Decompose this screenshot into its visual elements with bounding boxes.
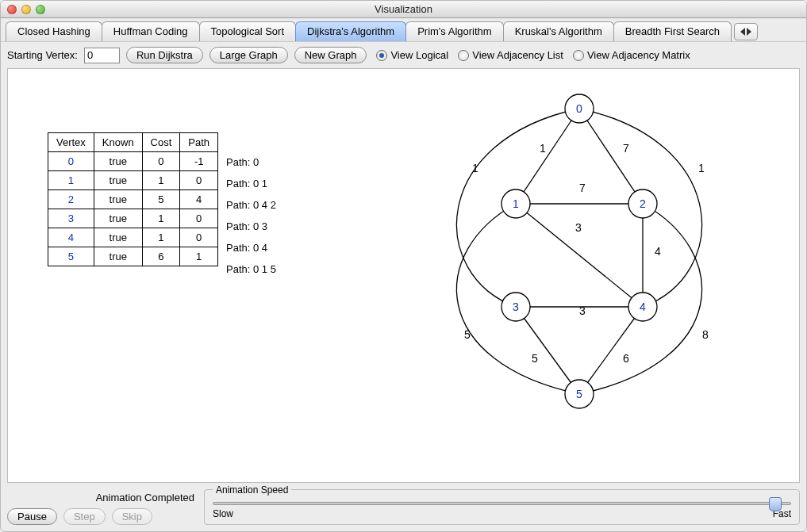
speed-panel: Animation Speed Slow Fast bbox=[204, 489, 800, 525]
speed-title: Animation Speed bbox=[213, 484, 291, 496]
speed-thumb[interactable] bbox=[769, 497, 782, 511]
table-header: Vertex bbox=[48, 133, 94, 152]
table-cell: 6 bbox=[142, 247, 180, 266]
radio-icon bbox=[458, 50, 469, 61]
graph-node-label: 2 bbox=[640, 197, 646, 210]
large-graph-button[interactable]: Large Graph bbox=[209, 47, 288, 63]
zoom-icon[interactable] bbox=[36, 5, 45, 14]
tab-prim-s-algorithm[interactable]: Prim's Algorithm bbox=[405, 21, 504, 41]
titlebar: Visualization bbox=[1, 1, 806, 18]
edge-weight: 4 bbox=[655, 245, 661, 258]
app-window: Visualization Closed HashingHuffman Codi… bbox=[0, 0, 807, 532]
view-option-label: View Logical bbox=[390, 49, 448, 61]
graph-node-label: 4 bbox=[640, 300, 646, 313]
view-option[interactable]: View Logical bbox=[376, 49, 448, 61]
table-cell: 2 bbox=[48, 190, 94, 209]
table-cell: 0 bbox=[180, 228, 218, 247]
path-text: Path: 0 4 bbox=[226, 242, 267, 254]
result-table: VertexKnownCostPath0true0-11true102true5… bbox=[48, 132, 218, 266]
pause-button[interactable]: Pause bbox=[7, 508, 57, 525]
speed-slider[interactable] bbox=[213, 502, 791, 505]
skip-button[interactable]: Skip bbox=[112, 508, 152, 525]
path-text: Path: 0 3 bbox=[226, 220, 267, 232]
graph-node-label: 0 bbox=[576, 102, 582, 115]
footer: Animation Completed Pause Step Skip Anim… bbox=[1, 486, 806, 531]
view-mode-group: View LogicalView Adjacency ListView Adja… bbox=[376, 49, 690, 61]
tab-kruskal-s-algorithm[interactable]: Kruskal's Algorithm bbox=[503, 21, 614, 41]
tab-closed-hashing[interactable]: Closed Hashing bbox=[6, 21, 102, 41]
table-cell: true bbox=[94, 209, 142, 228]
chevron-left-icon bbox=[740, 28, 745, 36]
table-header: Known bbox=[94, 133, 142, 152]
path-text: Path: 0 1 5 bbox=[226, 263, 276, 275]
step-button[interactable]: Step bbox=[63, 508, 106, 525]
edge-weight: 7 bbox=[623, 142, 629, 155]
edge-weight: 3 bbox=[579, 304, 586, 317]
chevron-right-icon bbox=[747, 28, 751, 36]
svg-line-6 bbox=[516, 307, 579, 394]
svg-line-7 bbox=[579, 307, 643, 394]
run-button[interactable]: Run Dijkstra bbox=[126, 47, 203, 63]
table-cell: 0 bbox=[142, 152, 180, 171]
table-cell: true bbox=[94, 190, 142, 209]
table-cell: 4 bbox=[180, 190, 218, 209]
table-row: 4true10 bbox=[48, 228, 218, 247]
window-title: Visualization bbox=[1, 3, 806, 15]
status-text: Animation Completed bbox=[7, 492, 198, 503]
table-cell: 1 bbox=[142, 209, 180, 228]
graph-node-label: 1 bbox=[513, 197, 519, 210]
table-cell: true bbox=[94, 171, 142, 190]
minimize-icon[interactable] bbox=[21, 5, 31, 14]
slow-label: Slow bbox=[213, 508, 233, 519]
table-cell: 5 bbox=[142, 190, 180, 209]
table-row: 1true10 bbox=[48, 171, 218, 190]
graph-view: 177343561158012345 bbox=[381, 77, 786, 450]
table-cell: 3 bbox=[48, 209, 94, 228]
tab-breadth-first-search[interactable]: Breadth First Search bbox=[613, 21, 732, 41]
tab-topological-sort[interactable]: Topological Sort bbox=[199, 21, 297, 41]
view-option[interactable]: View Adjacency List bbox=[458, 49, 563, 61]
tab-scroll-button[interactable] bbox=[734, 23, 758, 40]
path-text: Path: 0 4 2 bbox=[226, 199, 276, 211]
visualization-canvas: VertexKnownCostPath0true0-11true102true5… bbox=[7, 68, 800, 483]
toolbar: Starting Vertex: Run Dijkstra Large Grap… bbox=[1, 41, 806, 68]
close-icon[interactable] bbox=[7, 5, 17, 14]
path-text: Path: 0 bbox=[226, 156, 259, 168]
radio-icon bbox=[573, 50, 584, 61]
radio-icon bbox=[376, 50, 387, 61]
tab-bar: Closed HashingHuffman CodingTopological … bbox=[1, 18, 806, 41]
new-graph-button[interactable]: New Graph bbox=[294, 47, 367, 63]
edge-weight: 6 bbox=[623, 352, 629, 365]
starting-vertex-input[interactable] bbox=[84, 48, 120, 63]
edge-weight: 1 bbox=[540, 142, 546, 155]
graph-node-label: 3 bbox=[513, 300, 519, 313]
table-cell: true bbox=[94, 228, 142, 247]
svg-line-3 bbox=[516, 204, 643, 307]
tab-dijkstra-s-algorithm[interactable]: Dijkstra's Algorithm bbox=[295, 21, 406, 41]
table-cell: 0 bbox=[180, 209, 218, 228]
window-controls bbox=[7, 5, 45, 14]
path-text: Path: 0 1 bbox=[226, 178, 267, 189]
edge-weight: 5 bbox=[464, 328, 471, 341]
table-cell: 1 bbox=[142, 171, 180, 190]
edge-weight: 1 bbox=[472, 162, 478, 174]
table-cell: 1 bbox=[48, 171, 94, 190]
view-option-label: View Adjacency Matrix bbox=[587, 49, 690, 61]
view-option-label: View Adjacency List bbox=[472, 49, 563, 61]
table-cell: 1 bbox=[142, 228, 180, 247]
table-cell: 5 bbox=[48, 247, 94, 266]
view-option[interactable]: View Adjacency Matrix bbox=[573, 49, 690, 61]
edge-weight: 5 bbox=[532, 352, 538, 365]
edge-weight: 8 bbox=[702, 328, 709, 341]
edge-weight: 3 bbox=[575, 221, 582, 234]
edge-weight: 1 bbox=[698, 162, 705, 174]
table-row: 2true54 bbox=[48, 190, 218, 209]
table-cell: true bbox=[94, 152, 142, 171]
tab-huffman-coding[interactable]: Huffman Coding bbox=[102, 21, 200, 41]
table-row: 3true10 bbox=[48, 209, 218, 228]
table-cell: 0 bbox=[180, 171, 218, 190]
starting-vertex-label: Starting Vertex: bbox=[7, 49, 78, 61]
table-cell: 4 bbox=[48, 228, 94, 247]
table-row: 0true0-1 bbox=[48, 152, 218, 171]
table-cell: -1 bbox=[180, 152, 218, 171]
